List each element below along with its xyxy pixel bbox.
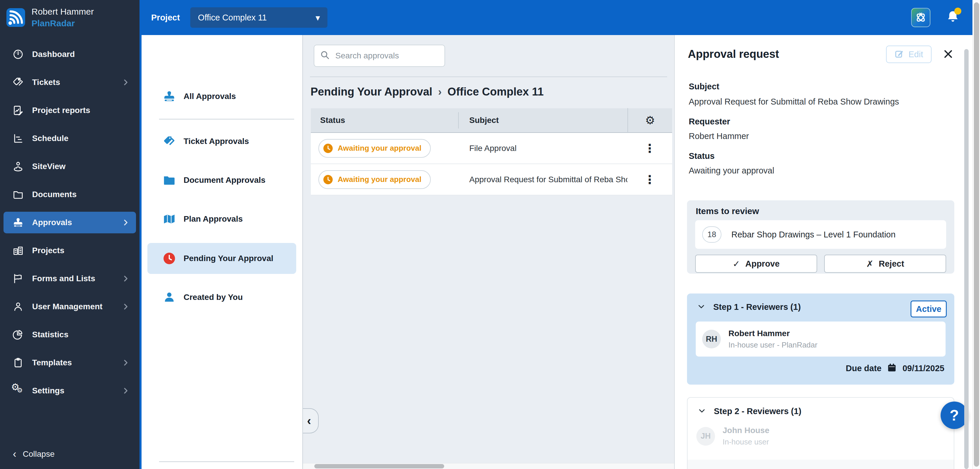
category-label: Ticket Approvals [184,137,249,146]
bell-icon [946,21,959,26]
status-badge: Awaiting your approval [318,139,431,158]
gantt-icon [12,133,24,144]
close-icon [943,55,953,60]
search-box[interactable] [314,45,445,67]
table-row[interactable]: Awaiting your approval Approval Request … [311,164,672,195]
review-item-row[interactable]: 18 Rebar Shop Drawings – Level 1 Foundat… [695,220,946,249]
table-header: Status Subject ⚙ [311,108,672,133]
requester-value: Robert Hammer [689,131,749,141]
kebab-menu-icon[interactable]: ⋮ [644,142,656,154]
reviewer-card[interactable]: RH Robert Hammer In-house user - PlanRad… [696,322,945,357]
search-input[interactable] [335,51,432,61]
column-header-status[interactable]: Status [311,116,458,125]
item-number-badge: 18 [702,227,721,242]
sidebar-item-label: Project reports [32,106,130,115]
collapse-label: Collapse [23,450,54,459]
breadcrumb-parent[interactable]: Pending Your Approval [310,86,432,98]
items-to-review-card: Items to review 18 Rebar Shop Drawings –… [687,200,954,274]
sidebar-item-approvals[interactable]: Approvals [3,212,136,233]
horizontal-scrollbar [303,463,674,469]
status-badge-label: Awaiting your approval [338,175,422,184]
user-text: Robert Hammer PlanRadar [32,7,94,28]
notifications-button[interactable] [946,10,959,25]
status-badge: Awaiting your approval [318,170,431,189]
edit-button[interactable]: Edit [886,46,932,63]
sidebar-item-label: Templates [32,358,121,367]
sidebar-item-settings[interactable]: ⚙⚙ Settings [0,377,140,405]
edit-button-label: Edit [908,49,923,59]
user-block[interactable]: Robert Hammer PlanRadar [0,0,140,35]
subject-cell: Approval Request for Submittal of Reba S… [458,175,627,184]
app-switcher-button[interactable] [911,8,931,27]
table-row[interactable]: Awaiting your approval File Approval ⋮ [311,133,672,164]
due-date-label: Due date [846,364,881,373]
approve-button[interactable]: ✓ Approve [695,255,817,273]
category-document-approvals[interactable]: Document Approvals [142,167,302,193]
chevron-right-icon [121,359,130,367]
category-created-by-you[interactable]: Created by You [142,284,302,310]
reject-button-label: Reject [879,259,904,269]
cross-icon: ✗ [866,259,873,269]
column-collapse-handle[interactable]: ‹ [302,408,319,433]
approvals-table: Status Subject ⚙ Awaiting your approval … [311,108,672,195]
chevron-right-icon [121,219,130,227]
report-icon [12,105,24,116]
step-1-active-badge: Active [910,300,947,317]
user-company: PlanRadar [32,18,94,28]
sidebar-item-dashboard[interactable]: Dashboard [0,40,140,69]
project-selector[interactable]: Office Complex 11 ▾ [190,7,328,28]
sidebar-item-project-reports[interactable]: Project reports [0,96,140,124]
step-2-header[interactable]: Step 2 - Reviewers (1) [697,407,802,416]
column-header-subject[interactable]: Subject [458,112,627,129]
category-pending-your-approval[interactable]: Pending Your Approval [147,243,296,274]
horizontal-scrollbar-thumb[interactable] [314,464,444,468]
divider [159,119,294,120]
table-settings-button[interactable]: ⚙ [627,108,672,132]
row-actions: ⋮ [627,142,672,154]
app-switcher-icon [915,11,927,24]
clock-icon [162,252,176,265]
clipboard-icon [12,357,24,368]
gauge-icon [12,49,24,60]
page-scrollbar-thumb[interactable] [974,2,979,467]
status-value: Awaiting your approval [689,166,774,175]
close-panel-button[interactable] [943,49,954,60]
reviewer-info: Robert Hammer In-house user - PlanRadar [729,329,818,349]
tags-icon [162,135,176,148]
requester-label: Requester [689,117,730,126]
sidebar-item-projects[interactable]: Projects [0,236,140,265]
sidebar-item-documents[interactable]: Documents [0,180,140,209]
category-ticket-approvals[interactable]: Ticket Approvals [142,128,302,155]
chevron-down-icon [697,303,706,312]
sidebar-item-user-management[interactable]: User Management [0,293,140,321]
chevron-right-icon [121,303,130,310]
planradar-logo-icon [6,8,25,27]
sidebar-item-siteview[interactable]: SiteView [0,152,140,180]
reviewer-name: Robert Hammer [729,329,818,338]
step-1-title: Step 1 - Reviewers (1) [713,302,801,312]
panel-scrollbar-thumb[interactable] [964,49,969,469]
sidebar-collapse-button[interactable]: ‹ Collapse [0,445,140,464]
sidebar-item-forms-and-lists[interactable]: Forms and Lists [0,265,140,293]
reject-button[interactable]: ✗ Reject [824,255,946,273]
sidebar-item-label: Forms and Lists [32,274,121,283]
kebab-menu-icon[interactable]: ⋮ [644,174,656,185]
sidebar-item-label: Statistics [32,330,130,339]
page-scrollbar [972,0,980,469]
step-1-header[interactable]: Step 1 - Reviewers (1) [697,302,801,312]
folder-icon [12,189,24,200]
user-icon [12,301,24,312]
clock-icon [323,175,333,185]
status-badge-label: Awaiting your approval [338,144,422,153]
sidebar-item-label: Settings [32,386,121,396]
help-button[interactable]: ? [940,402,968,429]
sidebar-item-templates[interactable]: Templates [0,349,140,377]
sidebar-item-schedule[interactable]: Schedule [0,124,140,152]
category-all-approvals[interactable]: All Approvals [142,83,302,110]
category-plan-approvals[interactable]: Plan Approvals [142,206,302,232]
sidebar-item-label: User Management [32,302,121,311]
sidebar-item-tickets[interactable]: Tickets [0,69,140,96]
sidebar-item-statistics[interactable]: Statistics [0,321,140,349]
step-2-title: Step 2 - Reviewers (1) [714,407,802,416]
stamp-icon [12,217,24,228]
